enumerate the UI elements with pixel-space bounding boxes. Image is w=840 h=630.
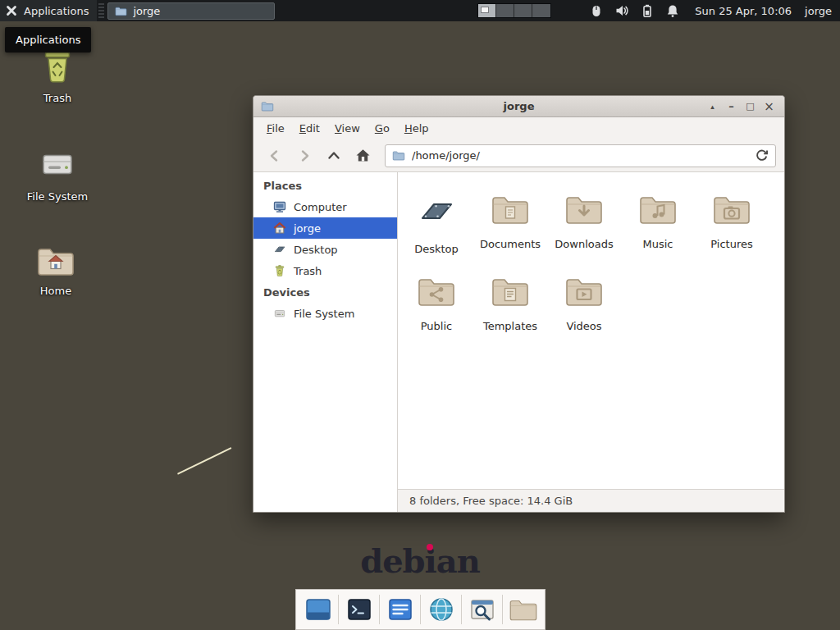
forward-button[interactable]	[291, 144, 317, 167]
statusbar-text: 8 folders, Free space: 14.4 GiB	[409, 495, 573, 507]
dock-separator	[461, 595, 462, 624]
sidebar: Places Computer jorge	[253, 172, 398, 512]
sidebar-item-jorge[interactable]: jorge	[253, 217, 397, 239]
menu-help[interactable]: Help	[397, 119, 436, 138]
desktop-launcher[interactable]	[301, 592, 335, 627]
workspace-pager[interactable]	[477, 3, 551, 18]
app-finder-launcher[interactable]	[465, 592, 499, 627]
reload-button[interactable]	[755, 148, 769, 162]
system-tray	[589, 3, 680, 18]
workspace-2[interactable]	[496, 4, 514, 17]
pictures-folder-icon	[712, 192, 751, 226]
maximize-button[interactable]: □	[742, 98, 758, 114]
applications-menu-button[interactable]: Applications	[0, 0, 97, 21]
file-item-pictures[interactable]: Pictures	[695, 180, 769, 262]
computer-icon	[273, 200, 286, 213]
file-item-downloads[interactable]: Downloads	[547, 180, 621, 262]
close-button[interactable]: ×	[761, 98, 777, 114]
menu-go[interactable]: Go	[368, 119, 397, 138]
file-item-public[interactable]: Public	[399, 262, 473, 345]
window-folder-icon	[115, 6, 127, 16]
file-item-label: Documents	[480, 238, 541, 250]
mouse-tray-icon[interactable]	[589, 3, 604, 18]
window-titlebar[interactable]: jorge ▴ – □ ×	[253, 96, 784, 117]
dock-separator	[420, 595, 421, 624]
music-folder-icon	[638, 192, 678, 226]
sidebar-item-computer[interactable]: Computer	[253, 196, 397, 217]
file-manager-launcher[interactable]	[506, 592, 540, 627]
panel-handle[interactable]	[98, 3, 104, 18]
taskbar-window-button[interactable]: jorge	[107, 2, 275, 20]
dock-separator	[502, 595, 503, 624]
file-item-label: Pictures	[710, 238, 752, 250]
sidebar-item-trash[interactable]: Trash	[253, 260, 397, 281]
up-icon	[326, 148, 341, 163]
debian-logo: debian	[0, 541, 840, 580]
globe-icon	[427, 596, 455, 623]
public-folder-icon	[417, 274, 456, 308]
toolbar	[253, 139, 784, 172]
minimize-button[interactable]: –	[724, 98, 739, 114]
panel-clock[interactable]: Sun 25 Apr, 10:06	[695, 5, 792, 17]
desktop-icon-file-system[interactable]: File System	[18, 144, 97, 203]
file-item-label: Public	[421, 320, 452, 332]
file-item-templates[interactable]: Templates	[473, 262, 547, 345]
menu-edit[interactable]: Edit	[292, 119, 327, 138]
devices-header: Devices	[253, 281, 397, 303]
shade-button[interactable]: ▴	[705, 98, 720, 114]
notifications-tray-icon[interactable]	[665, 3, 680, 18]
debian-logo-red-dot	[427, 544, 433, 550]
file-item-music[interactable]: Music	[621, 180, 695, 262]
workspace-3[interactable]	[514, 4, 532, 17]
menu-view[interactable]: View	[327, 119, 368, 138]
back-button[interactable]	[262, 144, 287, 167]
desktop-icon-trash[interactable]: Trash	[18, 46, 97, 104]
applications-menu-icon	[5, 4, 18, 17]
sidebar-item-label: File System	[294, 308, 354, 320]
menu-file[interactable]: File	[259, 119, 292, 138]
workspace-4[interactable]	[532, 4, 550, 17]
sidebar-item-file-system[interactable]: File System	[253, 303, 397, 324]
debian-logo-text: deb	[360, 541, 424, 580]
sidebar-item-desktop[interactable]: Desktop	[253, 239, 397, 260]
desktop-icon	[417, 192, 456, 231]
pathbar-input[interactable]	[412, 149, 748, 162]
web-browser-launcher[interactable]	[424, 592, 458, 627]
desktop-launcher-icon	[304, 596, 332, 623]
file-item-desktop[interactable]: Desktop	[399, 180, 473, 262]
trash-icon	[273, 264, 286, 277]
desktop-icon-label: Home	[40, 285, 71, 297]
terminal-launcher-icon	[345, 596, 373, 623]
desktop-icon-home[interactable]: Home	[16, 244, 95, 297]
file-item-documents[interactable]: Documents	[473, 180, 547, 262]
window-folder-icon	[261, 101, 274, 112]
top-panel: Applications jorge Sun 25 Apr, 10:06	[0, 0, 840, 21]
panel-username: jorge	[805, 5, 832, 17]
terminal-alt-launcher-icon	[386, 596, 414, 623]
desktop-icon-label: File System	[27, 190, 88, 203]
pathbar-folder-icon	[392, 150, 405, 161]
desktop-icon-label: Trash	[43, 92, 71, 104]
file-list: Desktop Documents Downloads	[398, 172, 784, 489]
workspace-window-thumb	[481, 7, 489, 13]
file-item-videos[interactable]: Videos	[547, 262, 621, 345]
drive-icon	[273, 307, 286, 320]
sidebar-item-label: Computer	[294, 201, 347, 213]
pathbar[interactable]	[385, 144, 776, 167]
file-item-label: Music	[643, 238, 673, 250]
power-tray-icon[interactable]	[640, 3, 655, 18]
workspace-1[interactable]	[478, 4, 496, 17]
applications-menu-label: Applications	[24, 5, 89, 17]
templates-folder-icon	[491, 274, 530, 308]
home-icon	[355, 148, 371, 163]
debian-logo-text: an	[436, 541, 480, 580]
bottom-dock	[295, 589, 546, 630]
dock-separator	[379, 595, 380, 624]
home-button[interactable]	[350, 144, 376, 167]
volume-tray-icon[interactable]	[614, 3, 629, 18]
up-button[interactable]	[321, 144, 346, 167]
magnifier-icon	[468, 596, 496, 623]
terminal-launcher[interactable]	[342, 592, 376, 627]
applications-tooltip: Applications	[5, 27, 91, 52]
terminal-alt-launcher[interactable]	[383, 592, 417, 627]
